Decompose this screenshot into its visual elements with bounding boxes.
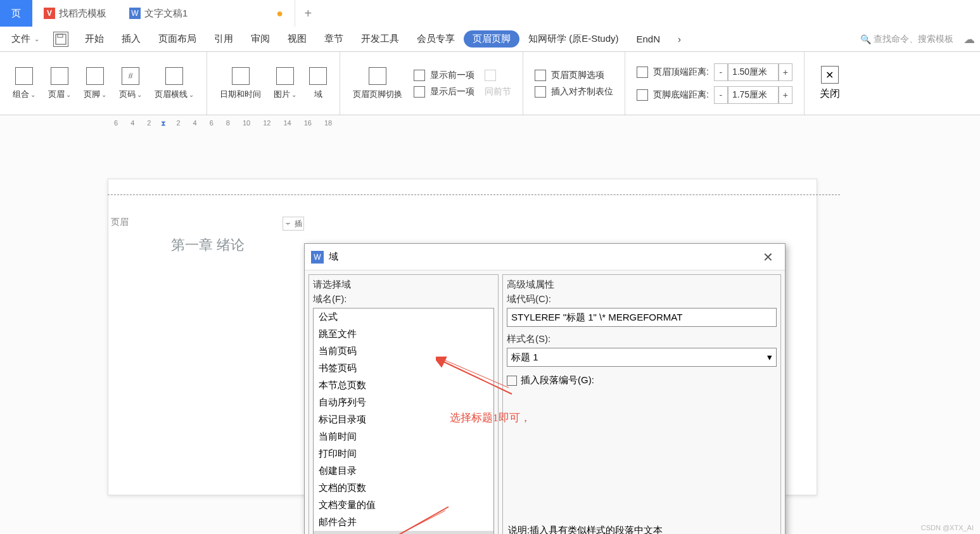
ribbon-pagenum-label: 页码	[119, 89, 136, 99]
ribbon-show-next[interactable]: 显示后一项	[414, 85, 474, 99]
footer-bottom-minus[interactable]: -	[714, 86, 728, 104]
document-tabs: 页 V 找稻壳模板 W 文字文稿1 ● +	[0, 0, 980, 27]
menu-chapter[interactable]: 章节	[315, 33, 352, 45]
field-name-label: 域名(F):	[313, 293, 494, 305]
ribbon-field-label: 域	[314, 89, 322, 100]
menu-start[interactable]: 开始	[76, 33, 113, 45]
annotation-text: 选择标题1即可，	[450, 410, 531, 425]
menu-insert[interactable]: 插入	[113, 33, 150, 45]
dialog-app-icon: W	[311, 251, 324, 264]
footer-bottom-plus[interactable]: +	[779, 86, 792, 104]
ruler-indent-icon[interactable]: ⧗	[161, 119, 166, 127]
field-item-mailmerge[interactable]: 邮件合并	[314, 514, 493, 531]
insert-field-inline-btn[interactable]: ⫟ 插	[283, 217, 304, 231]
hf-options-icon	[535, 70, 546, 81]
ribbon-hf-options[interactable]: 页眉页脚选项	[535, 68, 613, 82]
pagenum-icon: #	[122, 67, 139, 85]
dialog-titlebar[interactable]: W 域 ✕	[305, 244, 785, 270]
search-box[interactable]: 🔍 查找命令、搜索模板	[855, 34, 958, 45]
ruler-tick: 6	[210, 119, 213, 127]
ribbon-show-prev[interactable]: 显示前一项	[414, 68, 474, 82]
menu-vip[interactable]: 会员专享	[408, 33, 464, 45]
style-select-value: 标题 1	[511, 352, 538, 364]
menu-header-footer[interactable]: 页眉页脚	[464, 30, 519, 48]
search-placeholder: 查找命令、搜索模板	[874, 34, 953, 45]
dialog-left-panel: 请选择域 域名(F): 公式 跳至文件 当前页码 书签页码 本节总页数 自动序列…	[309, 274, 499, 534]
ribbon-datetime-label: 日期和时间	[220, 89, 261, 100]
field-dialog: W 域 ✕ 请选择域 域名(F): 公式 跳至文件 当前页码 书签页码 本节总页…	[304, 243, 786, 534]
menu-file[interactable]: 文件 ⌄	[5, 33, 46, 45]
tab-docer[interactable]: V 找稻壳模板	[32, 0, 118, 27]
field-item-doc-pages[interactable]: 文档的页数	[314, 480, 493, 497]
dialog-title: 域	[329, 251, 758, 263]
ribbon-switch-label: 页眉页脚切换	[353, 89, 402, 100]
ribbon-close[interactable]: ✕ 关闭	[811, 66, 849, 101]
ruler-tick: 16	[304, 119, 312, 127]
field-item-formula[interactable]: 公式	[314, 308, 493, 326]
header-top-minus[interactable]: -	[714, 63, 728, 81]
ribbon-switch[interactable]: 页眉页脚切换	[347, 67, 409, 100]
ribbon-datetime[interactable]: 日期和时间	[213, 67, 267, 100]
menu-references[interactable]: 引用	[205, 33, 242, 45]
tab-document-label: 文字文稿1	[144, 8, 188, 20]
menu-view[interactable]: 视图	[279, 33, 315, 45]
footer-bottom-label: 页脚底端距离:	[653, 89, 709, 101]
header-top-plus[interactable]: +	[779, 63, 792, 81]
menu-review[interactable]: 审阅	[242, 33, 279, 45]
insert-align-icon	[535, 86, 546, 98]
svg-rect-0	[56, 34, 66, 44]
field-item-create-toc[interactable]: 创建目录	[314, 462, 493, 480]
dialog-close-icon[interactable]: ✕	[758, 250, 779, 265]
field-item-section-pages[interactable]: 本节总页数	[314, 377, 493, 394]
field-code-input[interactable]	[507, 308, 777, 327]
ribbon-show-next-label: 显示后一项	[430, 86, 474, 98]
svg-rect-1	[58, 34, 63, 37]
field-item-bookmark[interactable]: 书签页码	[314, 360, 493, 377]
menu-layout[interactable]: 页面布局	[150, 33, 205, 45]
menu-endnote[interactable]: EndN	[628, 34, 670, 44]
insert-para-num-checkbox[interactable]	[507, 376, 517, 386]
header-text[interactable]: 第一章 绪论	[171, 236, 245, 255]
header-top-value[interactable]: 1.50厘米	[728, 63, 779, 81]
insert-para-num-row[interactable]: 插入段落编号(G):	[507, 374, 777, 386]
field-item-current-time[interactable]: 当前时间	[314, 428, 493, 445]
insert-para-num-label: 插入段落编号(G):	[521, 374, 594, 386]
save-icon[interactable]	[53, 32, 68, 47]
dialog-right-panel: 高级域属性 域代码(C): 样式名(S): 标题 1 ▾ 插入段落编号(G): …	[502, 274, 781, 534]
ribbon-show-prev-label: 显示前一项	[430, 70, 474, 81]
field-item-pagenum[interactable]: 当前页码	[314, 343, 493, 360]
menu-more[interactable]: ›	[669, 34, 690, 44]
ribbon-picture[interactable]: 图片⌄	[267, 67, 303, 100]
field-item-doc-var[interactable]: 文档变量的值	[314, 497, 493, 514]
menubar: 文件 ⌄ 开始 插入 页面布局 引用 审阅 视图 章节 开发工具 会员专享 页眉…	[0, 27, 980, 52]
ruler[interactable]: 6 4 2 ⧗ 2 4 6 8 10 12 14 16 18	[108, 115, 980, 130]
menu-cnki[interactable]: 知网研学 (原E-Study)	[519, 33, 628, 45]
ribbon-field[interactable]: 域	[303, 67, 333, 100]
footer-bottom-value[interactable]: 1.75厘米	[728, 86, 779, 104]
style-select[interactable]: 标题 1 ▾	[507, 348, 777, 367]
advanced-props-label: 高级域属性	[507, 279, 777, 291]
ruler-tick: 2	[176, 119, 180, 127]
tab-docer-label: 找稻壳模板	[59, 8, 106, 20]
ribbon-combo[interactable]: 组合⌄	[6, 67, 42, 100]
unsaved-dot-icon: ●	[276, 7, 283, 20]
ribbon-same-section	[485, 68, 511, 82]
field-item-styleref[interactable]: 样式引用	[314, 531, 493, 534]
tab-document[interactable]: W 文字文稿1 ●	[118, 0, 295, 27]
tab-home[interactable]: 页	[0, 0, 32, 27]
field-item-autonum[interactable]: 自动序列号	[314, 394, 493, 411]
ribbon-combo-label: 组合	[13, 89, 29, 99]
ribbon-headerline[interactable]: 页眉横线⌄	[148, 67, 200, 100]
footer-bottom-icon	[637, 89, 648, 101]
ruler-tick: 12	[263, 119, 270, 127]
tab-add[interactable]: +	[295, 0, 321, 27]
field-item-print-time[interactable]: 打印时间	[314, 445, 493, 462]
ribbon-insert-align[interactable]: 插入对齐制表位	[535, 85, 613, 99]
cloud-icon[interactable]: ☁	[964, 32, 975, 46]
ribbon-header[interactable]: 页眉⌄	[42, 67, 77, 100]
field-item-goto[interactable]: 跳至文件	[314, 326, 493, 343]
ribbon-footer[interactable]: 页脚⌄	[77, 67, 113, 100]
ribbon-pagenum[interactable]: # 页码⌄	[113, 67, 148, 100]
menu-devtools[interactable]: 开发工具	[352, 33, 408, 45]
ribbon: 组合⌄ 页眉⌄ 页脚⌄ # 页码⌄ 页眉横线⌄ 日期和时间 图片⌄	[0, 52, 980, 115]
